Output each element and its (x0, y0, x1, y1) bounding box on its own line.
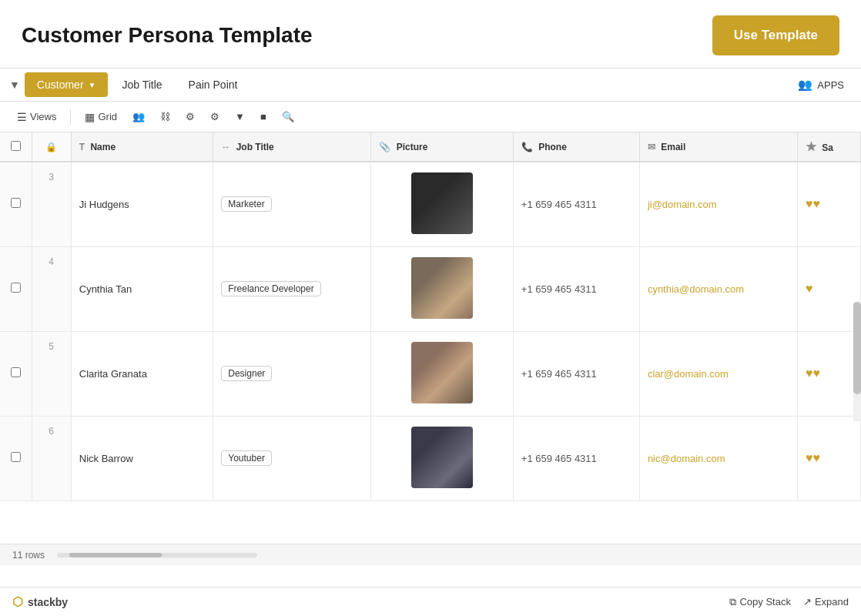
row-number: 3 (32, 162, 71, 246)
row-phone: +1 659 465 4311 (513, 162, 639, 246)
people-icon: 👥 (132, 111, 145, 122)
row-checkbox-cell[interactable] (0, 331, 32, 416)
fields-icon-button[interactable]: ⚙ (206, 108, 224, 126)
footer: ⬡ stackby ⧉ Copy Stack ↗ Expand (0, 587, 861, 616)
tabs-collapse-icon[interactable]: ▼ (9, 79, 20, 91)
avatar (411, 257, 473, 319)
row-phone: +1 659 465 4311 (513, 416, 639, 500)
row-stars: ♥♥ (797, 162, 860, 246)
horizontal-scrollbar-track[interactable] (57, 553, 257, 557)
scrollbar-thumb[interactable] (853, 302, 861, 394)
tab-arrow-icon: ▼ (89, 81, 96, 89)
table-row: 4 Cynthia Tan Freelance Developer +1 659… (0, 246, 861, 331)
filter-fields-icon: ⚙ (186, 111, 195, 122)
footer-right: ⧉ Copy Stack ↗ Expand (729, 596, 849, 608)
copy-stack-button[interactable]: ⧉ Copy Stack (729, 596, 790, 608)
col-email[interactable]: ✉ Email (639, 132, 797, 162)
search-icon-button[interactable]: 🔍 (277, 108, 299, 126)
tab-jobtitle[interactable]: Job Title (109, 72, 174, 97)
row-phone: +1 659 465 4311 (513, 331, 639, 416)
grid-view-button[interactable]: ▦ Grid (80, 108, 122, 126)
row-email: nic@domain.com (639, 416, 797, 500)
fields-icon: ⚙ (210, 111, 219, 122)
vertical-scrollbar[interactable] (853, 302, 861, 421)
views-button[interactable]: ☰ Views (12, 108, 61, 126)
row-count: 11 rows (12, 550, 45, 561)
row-name: Ji Hudgens (71, 162, 213, 246)
row-email: clar@domain.com (639, 331, 797, 416)
row-name: Nick Barrow (71, 416, 213, 500)
row-checkbox[interactable] (11, 283, 21, 293)
row-jobtitle: Marketer (213, 162, 371, 246)
row-phone: +1 659 465 4311 (513, 246, 639, 331)
people-icon-button[interactable]: 👥 (128, 108, 149, 126)
link-icon: ⛓ (160, 111, 170, 122)
horizontal-scrollbar-thumb[interactable] (69, 553, 162, 557)
expand-icon: ↗ (803, 596, 812, 608)
bottom-scroll-area: 11 rows (0, 544, 861, 565)
row-number: 5 (32, 331, 71, 416)
row-email: ji@domain.com (639, 162, 797, 246)
row-stars: ♥♥ (797, 416, 860, 500)
views-icon: ☰ (17, 111, 27, 123)
col-email-icon: ✉ (648, 142, 655, 152)
row-picture (371, 162, 514, 246)
table-row: 3 Ji Hudgens Marketer +1 659 465 4311 ji… (0, 162, 861, 246)
apps-icon: 👥 (798, 78, 812, 92)
star-rating: ♥ (806, 282, 813, 295)
col-checkbox[interactable] (0, 132, 32, 162)
star-rating: ♥♥ (806, 197, 820, 210)
toolbar-divider (70, 109, 71, 125)
row-checkbox-cell[interactable] (0, 246, 32, 331)
search-icon: 🔍 (282, 111, 294, 122)
col-name-icon: T (79, 142, 85, 152)
apps-button[interactable]: 👥 APPS (790, 73, 852, 96)
tabs-bar: ▼ Customer ▼ Job Title Pain Point 👥 APPS (0, 68, 861, 102)
row-checkbox[interactable] (11, 367, 21, 377)
jobtitle-tag: Freelance Developer (221, 281, 320, 296)
col-jobtitle[interactable]: ↔ Job Title (213, 132, 371, 162)
color-icon-button[interactable]: ■ (256, 108, 271, 126)
table-header-row: 🔒 T Name ↔ Job Title 📎 Picture 📞 Phone (0, 132, 861, 162)
col-picture[interactable]: 📎 Picture (371, 132, 514, 162)
avatar (411, 172, 473, 234)
table-row: 5 Clarita Granata Designer +1 659 465 43… (0, 331, 861, 416)
color-icon: ■ (260, 111, 266, 122)
col-stars-icon: ★ (806, 140, 816, 153)
jobtitle-tag: Designer (221, 366, 272, 381)
row-checkbox-cell[interactable] (0, 416, 32, 500)
table-container: 🔒 T Name ↔ Job Title 📎 Picture 📞 Phone (0, 132, 861, 501)
col-picture-icon: 📎 (379, 142, 390, 152)
email-link[interactable]: ji@domain.com (648, 199, 717, 210)
row-email: cynthia@domain.com (639, 246, 797, 331)
row-picture (371, 416, 514, 500)
expand-button[interactable]: ↗ Expand (803, 596, 849, 608)
grid-icon: ▦ (85, 111, 95, 123)
col-stars[interactable]: ★ Sa (797, 132, 860, 162)
filter-icon: ▼ (235, 111, 245, 122)
col-phone[interactable]: 📞 Phone (513, 132, 639, 162)
use-template-button[interactable]: Use Template (712, 15, 839, 55)
email-link[interactable]: nic@domain.com (648, 453, 725, 464)
tab-customer[interactable]: Customer ▼ (25, 72, 109, 97)
copy-icon: ⧉ (729, 596, 736, 608)
select-all-checkbox[interactable] (11, 141, 21, 151)
page-header: Customer Persona Template Use Template (0, 0, 861, 68)
col-name[interactable]: T Name (71, 132, 213, 162)
col-jobtitle-icon: ↔ (221, 142, 230, 152)
filter-fields-icon-button[interactable]: ⚙ (181, 108, 199, 126)
row-name: Cynthia Tan (71, 246, 213, 331)
email-link[interactable]: clar@domain.com (648, 368, 729, 380)
row-checkbox[interactable] (11, 452, 21, 462)
avatar (411, 342, 473, 403)
row-number: 6 (32, 416, 71, 500)
email-link[interactable]: cynthia@domain.com (648, 283, 744, 295)
row-checkbox[interactable] (11, 198, 21, 208)
tab-painpoint[interactable]: Pain Point (176, 72, 250, 97)
row-checkbox-cell[interactable] (0, 162, 32, 246)
filter-icon-button[interactable]: ▼ (230, 108, 250, 126)
table-row: 6 Nick Barrow Youtuber +1 659 465 4311 n… (0, 416, 861, 500)
row-stars: ♥ (797, 246, 860, 331)
link-icon-button[interactable]: ⛓ (156, 108, 175, 126)
row-picture (371, 246, 514, 331)
